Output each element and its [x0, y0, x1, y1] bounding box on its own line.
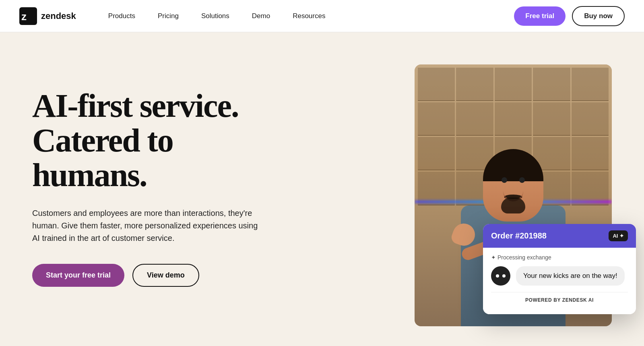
- avatar-eye-right: [502, 274, 506, 278]
- ai-message-bubble: Your new kicks are on the way!: [516, 266, 625, 286]
- start-trial-button[interactable]: Start your free trial: [32, 264, 124, 287]
- hero-subtext: Customers and employees are more than in…: [32, 207, 266, 244]
- hero-section: AI-first service. Catered to humans. Cus…: [0, 32, 644, 346]
- nav-resources[interactable]: Resources: [293, 12, 325, 20]
- beard: [501, 197, 525, 213]
- nav-pricing[interactable]: Pricing: [158, 12, 179, 20]
- logo[interactable]: z zendesk: [19, 7, 76, 25]
- ai-widget-body: ✦ Processing exchange Your new kicks are…: [483, 248, 636, 314]
- hero-buttons: Start your free trial View demo: [32, 264, 314, 287]
- hero-left: AI-first service. Catered to humans. Cus…: [32, 64, 314, 287]
- ai-badge: AI ✦: [609, 230, 628, 241]
- ai-widget: Order #201988 AI ✦ ✦ Processing exchange…: [483, 224, 636, 314]
- logo-wordmark: zendesk: [41, 11, 76, 21]
- face-eyes: [502, 177, 525, 183]
- ai-message-row: Your new kicks are on the way!: [491, 266, 628, 286]
- ai-widget-header: Order #201988 AI ✦: [483, 224, 636, 248]
- free-trial-button[interactable]: Free trial: [514, 6, 566, 26]
- head: [483, 149, 543, 222]
- hero-headline: AI-first service. Catered to humans.: [32, 89, 314, 193]
- order-label: Order #201988: [491, 231, 547, 240]
- nav-links: Products Pricing Solutions Demo Resource…: [108, 12, 514, 20]
- view-demo-button[interactable]: View demo: [132, 264, 199, 287]
- ai-footer: POWERED BY ZENDESK AI: [491, 292, 628, 308]
- ai-avatar: [491, 266, 510, 286]
- eye-right: [519, 177, 525, 183]
- eye-left: [502, 177, 507, 183]
- hair: [483, 149, 543, 181]
- navbar: z zendesk Products Pricing Solutions Dem…: [0, 0, 644, 32]
- svg-text:z: z: [21, 10, 27, 23]
- processing-status: ✦ Processing exchange: [491, 254, 628, 261]
- nav-solutions[interactable]: Solutions: [201, 12, 229, 20]
- avatar-eye-left: [496, 274, 499, 278]
- zendesk-logo-icon: z: [19, 7, 37, 25]
- nav-actions: Free trial Buy now: [514, 6, 625, 26]
- nav-products[interactable]: Products: [108, 12, 135, 20]
- avatar-eyes: [496, 274, 506, 278]
- hero-right: Order #201988 AI ✦ ✦ Processing exchange…: [314, 64, 612, 326]
- buy-now-button[interactable]: Buy now: [572, 6, 625, 26]
- nav-demo[interactable]: Demo: [252, 12, 270, 20]
